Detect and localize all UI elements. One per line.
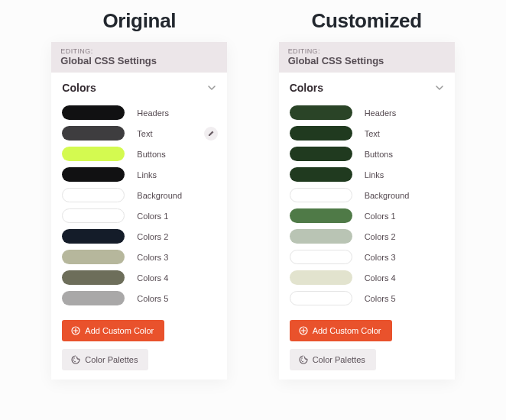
swatch-label: Buttons	[365, 150, 447, 159]
color-palettes-button[interactable]: Color Palettes	[290, 349, 376, 370]
svg-point-2	[73, 360, 75, 361]
section-title: Colors	[290, 82, 323, 94]
swatch-row[interactable]: Colors 4	[62, 268, 219, 287]
column-title-original: Original	[102, 9, 176, 33]
pencil-icon	[208, 130, 215, 137]
section-colors[interactable]: Colors	[279, 73, 455, 100]
add-custom-color-button[interactable]: Add Custom Color	[62, 320, 164, 341]
section-colors[interactable]: Colors	[51, 73, 227, 100]
swatch-label: Text	[137, 129, 204, 138]
color-swatch[interactable]	[62, 105, 125, 120]
swatch-row[interactable]: Background	[62, 186, 219, 205]
color-palettes-label: Color Palettes	[85, 355, 138, 364]
swatch-row[interactable]: Text	[62, 124, 219, 143]
panel-header: EDITING:Global CSS Settings	[279, 42, 455, 73]
section-title: Colors	[62, 82, 96, 94]
column-original: OriginalEDITING:Global CSS SettingsColor…	[51, 9, 227, 380]
add-custom-color-label: Add Custom Color	[313, 326, 381, 335]
swatch-label: Headers	[365, 108, 447, 118]
swatch-row[interactable]: Buttons	[290, 144, 447, 163]
color-swatch[interactable]	[62, 208, 125, 223]
editing-label: EDITING:	[288, 47, 446, 55]
panel-header: EDITING:Global CSS Settings	[51, 42, 227, 73]
swatch-label: Colors 1	[137, 212, 219, 221]
swatch-label: Colors 4	[365, 273, 447, 283]
swatch-row[interactable]: Links	[62, 165, 219, 184]
svg-point-6	[300, 360, 302, 361]
panel-title: Global CSS Settings	[60, 55, 218, 66]
swatch-label: Colors 2	[365, 232, 447, 241]
swatch-label: Links	[365, 170, 447, 179]
palette-icon	[71, 355, 80, 364]
swatch-label: Headers	[137, 108, 219, 118]
add-custom-color-label: Add Custom Color	[85, 326, 154, 335]
color-swatch[interactable]	[62, 126, 125, 141]
action-buttons: Add Custom ColorColor Palettes	[51, 315, 227, 380]
add-custom-color-button[interactable]: Add Custom Color	[290, 320, 392, 341]
swatch-row[interactable]: Buttons	[62, 144, 219, 163]
color-swatch[interactable]	[62, 188, 125, 202]
color-swatch[interactable]	[62, 250, 125, 264]
settings-panel-original: EDITING:Global CSS SettingsColorsHeaders…	[51, 42, 227, 380]
color-swatch[interactable]	[62, 291, 125, 305]
swatch-label: Text	[365, 129, 447, 138]
plus-circle-icon	[71, 326, 80, 335]
svg-point-1	[74, 357, 76, 359]
swatch-row[interactable]: Colors 5	[62, 289, 219, 308]
color-swatch[interactable]	[62, 270, 125, 285]
edit-button[interactable]	[204, 127, 218, 141]
color-swatch[interactable]	[290, 126, 352, 141]
editing-label: EDITING:	[60, 47, 218, 55]
color-swatch[interactable]	[290, 105, 352, 120]
swatch-label: Background	[365, 191, 447, 200]
svg-point-7	[302, 361, 303, 363]
swatch-label: Colors 3	[137, 253, 219, 262]
color-swatch[interactable]	[290, 208, 352, 223]
swatch-row[interactable]: Headers	[62, 103, 219, 122]
color-swatch[interactable]	[290, 147, 352, 161]
swatch-row[interactable]: Links	[290, 165, 447, 184]
swatch-label: Colors 5	[137, 294, 219, 303]
color-palettes-label: Color Palettes	[313, 355, 365, 364]
color-swatch[interactable]	[290, 270, 352, 285]
comparison-wrap: OriginalEDITING:Global CSS SettingsColor…	[0, 0, 506, 420]
swatch-row[interactable]: Colors 1	[290, 206, 447, 225]
swatch-row[interactable]: Colors 3	[290, 247, 447, 267]
color-swatch[interactable]	[290, 229, 352, 244]
swatch-row[interactable]: Text	[290, 124, 447, 143]
plus-circle-icon	[299, 326, 308, 335]
swatch-label: Colors 4	[137, 273, 219, 283]
color-swatch[interactable]	[290, 167, 352, 182]
color-swatch[interactable]	[290, 250, 352, 264]
color-palettes-button[interactable]: Color Palettes	[62, 349, 148, 370]
swatch-row[interactable]: Colors 4	[290, 268, 447, 287]
color-swatch[interactable]	[62, 147, 125, 161]
chevron-down-icon	[435, 83, 444, 92]
swatch-row[interactable]: Colors 1	[62, 206, 219, 225]
panel-title: Global CSS Settings	[288, 55, 446, 66]
swatch-row[interactable]: Colors 5	[290, 289, 447, 308]
svg-point-3	[75, 361, 76, 363]
color-swatch[interactable]	[290, 291, 352, 305]
color-swatch[interactable]	[62, 229, 125, 244]
swatch-label: Buttons	[137, 150, 219, 159]
swatch-label: Background	[137, 191, 219, 200]
swatch-row[interactable]: Colors 2	[290, 227, 447, 246]
swatch-label: Links	[137, 170, 219, 179]
swatch-list: HeadersTextButtonsLinksBackgroundColors …	[51, 100, 227, 315]
palette-icon	[299, 355, 308, 364]
swatch-row[interactable]: Colors 2	[62, 227, 219, 246]
action-buttons: Add Custom ColorColor Palettes	[279, 315, 455, 380]
swatch-row[interactable]: Background	[290, 186, 447, 205]
swatch-list: HeadersTextButtonsLinksBackgroundColors …	[279, 100, 455, 315]
chevron-down-icon	[207, 83, 216, 92]
svg-point-5	[301, 357, 303, 359]
swatch-label: Colors 2	[137, 232, 219, 241]
swatch-row[interactable]: Colors 3	[62, 247, 219, 267]
swatch-row[interactable]: Headers	[290, 103, 447, 122]
color-swatch[interactable]	[290, 188, 352, 202]
swatch-label: Colors 1	[365, 212, 447, 221]
settings-panel-customized: EDITING:Global CSS SettingsColorsHeaders…	[279, 42, 455, 380]
color-swatch[interactable]	[62, 167, 125, 182]
column-customized: CustomizedEDITING:Global CSS SettingsCol…	[279, 9, 455, 380]
